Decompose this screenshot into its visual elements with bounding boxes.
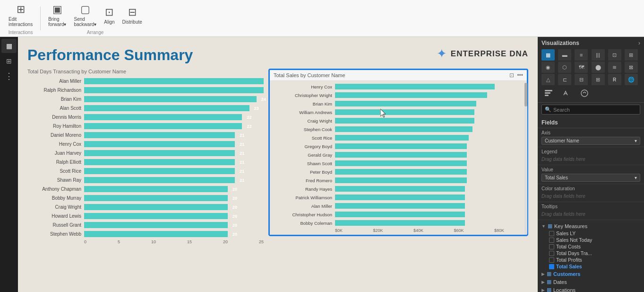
table-row: Gerald Gray$56K bbox=[274, 151, 523, 159]
viz-icon-line[interactable]: ≡ bbox=[575, 49, 588, 61]
right-chart-wrapper: Total Sales by Customer Name ⊡ ••• Henry… bbox=[268, 69, 528, 244]
focus-mode-icon[interactable]: ⊡ bbox=[509, 72, 514, 79]
visualizations-section: Visualizations › ▦ ▬ ≡ ||| ⊡ ⊞ ◉ ⬡ 🗺 ⬤ ≋… bbox=[538, 37, 644, 103]
edit-interactions-button[interactable]: ⊞ Editinteractions bbox=[5, 1, 36, 29]
table-row: Shawn Ray21 bbox=[27, 176, 264, 184]
key-measures-table-icon: ▦ bbox=[548, 223, 552, 229]
table-row: William Andrews$59K bbox=[274, 108, 523, 116]
analytics-icon[interactable] bbox=[577, 87, 592, 99]
search-input[interactable]: Search bbox=[553, 107, 570, 113]
right-chart[interactable]: Total Sales by Customer Name ⊡ ••• Henry… bbox=[268, 69, 528, 236]
sidebar-item-model[interactable]: ⋮ bbox=[1, 69, 17, 83]
scrollbar-thumb[interactable] bbox=[524, 83, 527, 106]
table-row: Scott Rice$57K bbox=[274, 134, 523, 142]
viz-icon-waterfall[interactable]: △ bbox=[541, 74, 555, 85]
align-button[interactable]: ⊡ Align bbox=[100, 4, 118, 27]
table-row: Brian Kim$60K bbox=[274, 100, 523, 107]
left-chart-title: Total Days Transacting by Customer Name bbox=[27, 69, 264, 74]
value-dropdown-arrow: ▾ bbox=[635, 175, 637, 180]
value-dropdown[interactable]: Total Sales ▾ bbox=[541, 174, 640, 182]
table-row: Fred Romero$56K bbox=[274, 177, 523, 184]
viz-icon-map[interactable]: ⬡ bbox=[558, 62, 571, 73]
viz-icon-gauge[interactable]: ⊏ bbox=[558, 74, 571, 85]
customers-icon: ▦ bbox=[547, 271, 551, 277]
fields-panel-title: Fields bbox=[538, 116, 644, 128]
align-icon: ⊡ bbox=[105, 6, 113, 18]
tree-dates[interactable]: ▶ ▦ Dates bbox=[541, 278, 640, 286]
viz-icon-scatter[interactable]: ⊞ bbox=[625, 49, 638, 61]
viz-icon-filled-map[interactable]: 🗺 bbox=[575, 62, 588, 73]
customers-label: Customers bbox=[553, 271, 580, 277]
viz-icon-card[interactable]: ⊟ bbox=[575, 74, 588, 85]
viz-icon-table[interactable]: ≋ bbox=[608, 62, 621, 73]
svg-rect-0 bbox=[545, 90, 552, 91]
field-total-sales[interactable]: Total Sales bbox=[549, 263, 640, 270]
tree-locations[interactable]: ▶ ▦ Locations bbox=[541, 286, 640, 292]
field-total-days-tra[interactable]: Total Days Tra... bbox=[549, 250, 640, 257]
viz-icon-kpi[interactable]: ⊞ bbox=[592, 74, 605, 85]
field-label-total-days-tra: Total Days Tra... bbox=[556, 250, 592, 256]
field-label-sales-ly: Sales LY bbox=[556, 230, 575, 236]
field-sales-not-today[interactable]: Sales Not Today bbox=[549, 237, 640, 243]
field-label-total-profits: Total Profits bbox=[556, 257, 582, 263]
axis-section: Axis Customer Name ▾ bbox=[538, 128, 644, 147]
send-backward-button[interactable]: ▢ Sendbackward▾ bbox=[70, 1, 101, 29]
legend-label: Legend bbox=[541, 149, 640, 154]
checkbox-total-days-tra[interactable] bbox=[549, 251, 554, 256]
right-panel: Visualizations › ▦ ▬ ≡ ||| ⊡ ⊞ ◉ ⬡ 🗺 ⬤ ≋… bbox=[538, 37, 644, 292]
field-total-costs[interactable]: Total Costs bbox=[549, 243, 640, 250]
tree-arrow-key-measures: ▼ bbox=[541, 224, 546, 229]
left-x-axis: 0510152025 bbox=[84, 239, 264, 244]
table-row: Scott Rice21 bbox=[27, 167, 264, 175]
viz-icon-funnel[interactable]: ⬤ bbox=[592, 62, 605, 73]
viz-icon-stacked-bar[interactable]: ▦ bbox=[541, 49, 555, 61]
viz-icon-bar[interactable]: ▬ bbox=[558, 49, 571, 61]
right-bar-chart-body: Henry Cox$68K Christopher Wright$65K Bri… bbox=[270, 81, 527, 235]
viz-icon-globe[interactable]: 🌐 bbox=[625, 74, 638, 85]
viz-icon-matrix[interactable]: ⊠ bbox=[625, 62, 638, 73]
table-row: Randy Hayes$55K bbox=[274, 185, 523, 193]
distribute-button[interactable]: ⊟ Distribute bbox=[119, 4, 146, 27]
format-icon[interactable] bbox=[559, 87, 574, 99]
value-section: Value Total Sales ▾ bbox=[538, 165, 644, 184]
tree-key-measures[interactable]: ▼ ▦ Key Measures bbox=[541, 222, 640, 230]
fields-search-box[interactable]: 🔍 Search bbox=[541, 105, 640, 115]
field-sales-ly[interactable]: Sales LY bbox=[549, 230, 640, 237]
table-row: Howard Lewis20 bbox=[27, 212, 264, 220]
visualizations-title: Visualizations bbox=[541, 40, 579, 46]
tree-customers[interactable]: ▶ ▦ Customers bbox=[541, 270, 640, 278]
axis-label: Axis bbox=[541, 130, 640, 135]
checkbox-total-sales[interactable] bbox=[549, 264, 554, 269]
viz-icon-column[interactable]: ||| bbox=[592, 49, 605, 61]
viz-icon-pie[interactable]: ◉ bbox=[541, 62, 555, 73]
more-options-icon[interactable]: ••• bbox=[517, 72, 523, 79]
checkbox-total-profits[interactable] bbox=[549, 257, 554, 263]
table-row: Henry Cox$68K bbox=[274, 83, 523, 90]
table-row: Roy Hamilton22 bbox=[27, 122, 264, 130]
right-x-axis: $0K$20K$40K$60K$80K bbox=[335, 228, 504, 233]
table-row: Peter Boyd$56K bbox=[274, 168, 523, 176]
value-label: Value bbox=[541, 167, 640, 172]
table-row: Dennis Morris22 bbox=[27, 113, 264, 121]
left-chart[interactable]: Total Days Transacting by Customer Name … bbox=[27, 69, 264, 244]
checkbox-total-costs[interactable] bbox=[549, 244, 554, 249]
legend-section: Legend Drag data fields here bbox=[538, 147, 644, 165]
sidebar-item-report[interactable]: ▦ bbox=[1, 39, 17, 53]
fields-icon[interactable] bbox=[541, 87, 556, 99]
viz-expand-arrow[interactable]: › bbox=[638, 40, 640, 46]
viz-icon-area[interactable]: ⊡ bbox=[608, 49, 621, 61]
table-row: Henry Cox21 bbox=[27, 140, 264, 148]
field-total-profits[interactable]: Total Profits bbox=[549, 257, 640, 263]
color-saturation-placeholder: Drag data fields here bbox=[541, 193, 640, 200]
checkbox-sales-ly[interactable] bbox=[549, 231, 554, 236]
viz-icon-r[interactable]: R bbox=[608, 74, 621, 85]
bring-forward-button[interactable]: ▣ Bringforward▾ bbox=[44, 1, 70, 29]
table-row: Craig Wright20 bbox=[27, 203, 264, 211]
axis-dropdown[interactable]: Customer Name ▾ bbox=[541, 137, 640, 145]
scrollbar[interactable] bbox=[524, 83, 527, 235]
sidebar-item-data[interactable]: ⊞ bbox=[1, 54, 17, 68]
svg-rect-1 bbox=[545, 92, 550, 94]
checkbox-sales-not-today[interactable] bbox=[549, 238, 554, 243]
tree-arrow-locations: ▶ bbox=[541, 288, 545, 292]
table-row: Russell Grant20 bbox=[27, 221, 264, 229]
